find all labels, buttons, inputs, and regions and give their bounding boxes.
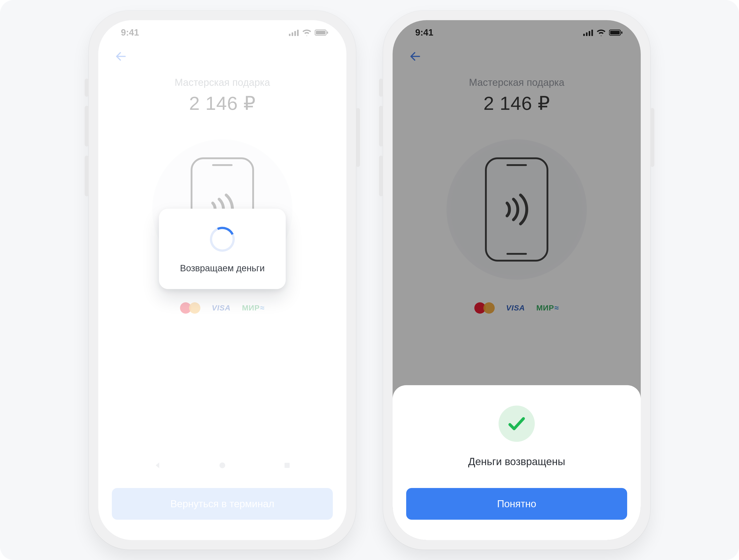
cellular-icon bbox=[289, 29, 299, 36]
svg-rect-2 bbox=[294, 31, 296, 36]
nav-home-icon[interactable] bbox=[217, 460, 228, 470]
mir-icon: МИР≈ bbox=[242, 302, 265, 314]
phone-mockup-success: 9:41 Мастерская подарка 2 146 ₽ bbox=[383, 11, 650, 550]
svg-rect-6 bbox=[327, 31, 328, 34]
svg-rect-5 bbox=[316, 31, 325, 34]
svg-rect-1 bbox=[292, 32, 293, 36]
spinner-icon bbox=[206, 223, 239, 255]
svg-point-8 bbox=[219, 462, 225, 468]
ok-button[interactable]: Понятно bbox=[406, 488, 627, 520]
battery-icon bbox=[315, 29, 328, 36]
success-sheet: Деньги возвращены Понятно bbox=[393, 385, 641, 540]
success-text: Деньги возвращены bbox=[468, 455, 565, 467]
loading-text: Возвращаем деньги bbox=[180, 263, 265, 273]
visa-icon: VISA bbox=[212, 302, 231, 314]
mockup-stage: 9:41 Мастерская подарка 2 146 ₽ bbox=[0, 0, 739, 560]
payment-amount: 2 146 ₽ bbox=[98, 92, 346, 114]
screen-loading: 9:41 Мастерская подарка 2 146 ₽ bbox=[98, 20, 346, 540]
card-brands: VISA МИР≈ bbox=[180, 302, 265, 314]
header bbox=[98, 45, 346, 68]
wifi-icon bbox=[302, 29, 312, 36]
check-icon bbox=[506, 414, 527, 434]
return-to-terminal-button[interactable]: Вернуться в терминал bbox=[112, 488, 333, 520]
mastercard-icon bbox=[180, 302, 200, 314]
svg-rect-9 bbox=[284, 463, 290, 468]
bottom-actions: Вернуться в терминал bbox=[98, 479, 346, 540]
merchant-name: Мастерская подарка bbox=[98, 77, 346, 88]
nav-recent-icon[interactable] bbox=[282, 460, 292, 470]
arrow-left-icon bbox=[115, 50, 127, 63]
svg-rect-3 bbox=[297, 30, 299, 36]
back-button[interactable] bbox=[112, 47, 130, 65]
loading-popover: Возвращаем деньги bbox=[159, 208, 286, 289]
svg-rect-0 bbox=[289, 34, 290, 36]
status-bar: 9:41 bbox=[98, 20, 346, 45]
success-check-circle bbox=[498, 406, 535, 442]
status-time: 9:41 bbox=[121, 27, 139, 38]
status-icons bbox=[289, 29, 328, 36]
nav-back-icon[interactable] bbox=[153, 460, 163, 470]
screen-success: 9:41 Мастерская подарка 2 146 ₽ bbox=[393, 20, 641, 540]
android-nav-bar bbox=[98, 452, 346, 479]
merchant-block: Мастерская подарка 2 146 ₽ bbox=[98, 77, 346, 114]
phone-mockup-loading: 9:41 Мастерская подарка 2 146 ₽ bbox=[89, 11, 356, 550]
